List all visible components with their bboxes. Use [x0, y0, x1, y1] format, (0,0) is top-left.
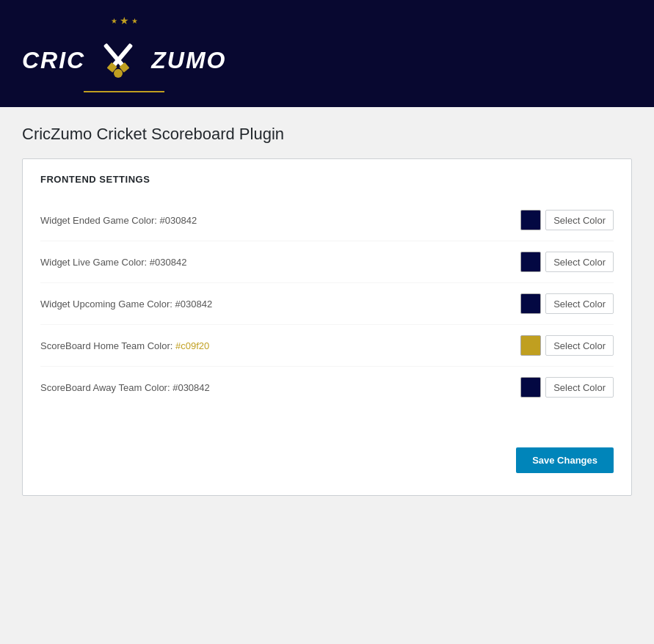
- setting-row-2: Widget Upcoming Game Color: #030842Selec…: [40, 283, 614, 325]
- setting-label-0: Widget Ended Game Color: #030842: [40, 215, 197, 226]
- star-icon-right: ★: [131, 17, 138, 25]
- save-changes-button[interactable]: Save Changes: [516, 447, 614, 473]
- setting-label-4: ScoreBoard Away Team Color: #030842: [40, 382, 210, 393]
- select-color-button-4[interactable]: Select Color: [545, 377, 614, 398]
- color-value-4: #030842: [172, 382, 210, 393]
- setting-label-3: ScoreBoard Home Team Color: #c09f20: [40, 340, 209, 351]
- site-header: ★ ★ ★ CRIC: [0, 0, 654, 107]
- svg-point-4: [114, 69, 123, 78]
- color-control-1: Select Color: [520, 252, 614, 272]
- color-control-0: Select Color: [520, 210, 614, 230]
- logo-text: CRIC ZUMO: [22, 31, 226, 89]
- logo-zumo-text: ZUMO: [151, 47, 226, 74]
- page-title: CricZumo Cricket Scoreboard Plugin: [22, 125, 632, 144]
- color-control-4: Select Color: [520, 377, 614, 398]
- logo-icon: [89, 31, 148, 89]
- settings-panel: FRONTEND SETTINGS Widget Ended Game Colo…: [22, 158, 632, 496]
- setting-row-3: ScoreBoard Home Team Color: #c09f20Selec…: [40, 325, 614, 367]
- color-control-2: Select Color: [520, 293, 614, 314]
- btn-row: Save Changes: [40, 425, 614, 473]
- color-swatch-4[interactable]: [520, 377, 541, 398]
- section-title: FRONTEND SETTINGS: [40, 174, 614, 185]
- main-content: CricZumo Cricket Scoreboard Plugin FRONT…: [0, 107, 654, 513]
- color-value-1: #030842: [150, 257, 187, 268]
- color-swatch-2[interactable]: [520, 293, 541, 314]
- setting-row-1: Widget Live Game Color: #030842Select Co…: [40, 241, 614, 283]
- settings-rows: Widget Ended Game Color: #030842Select C…: [40, 200, 614, 408]
- star-icon-left: ★: [111, 17, 117, 25]
- color-value-2: #030842: [175, 299, 213, 310]
- setting-label-2: Widget Upcoming Game Color: #030842: [40, 299, 212, 310]
- logo-line: [84, 91, 164, 92]
- color-swatch-0[interactable]: [520, 210, 541, 230]
- color-swatch-1[interactable]: [520, 252, 541, 272]
- color-value-3: #c09f20: [175, 340, 209, 351]
- logo-stars: ★ ★ ★: [111, 15, 138, 26]
- color-control-3: Select Color: [520, 335, 614, 356]
- star-icon-center: ★: [120, 15, 129, 26]
- select-color-button-2[interactable]: Select Color: [545, 293, 614, 314]
- select-color-button-3[interactable]: Select Color: [545, 335, 614, 356]
- color-swatch-3[interactable]: [520, 335, 541, 356]
- setting-row-0: Widget Ended Game Color: #030842Select C…: [40, 200, 614, 241]
- cricket-bats-icon: [92, 38, 144, 82]
- select-color-button-0[interactable]: Select Color: [545, 210, 614, 230]
- color-value-0: #030842: [160, 215, 197, 226]
- logo-cric-text: CRIC: [22, 47, 85, 74]
- select-color-button-1[interactable]: Select Color: [545, 252, 614, 272]
- setting-label-1: Widget Live Game Color: #030842: [40, 257, 186, 268]
- logo-wrapper: ★ ★ ★ CRIC: [22, 15, 226, 92]
- setting-row-4: ScoreBoard Away Team Color: #030842Selec…: [40, 367, 614, 408]
